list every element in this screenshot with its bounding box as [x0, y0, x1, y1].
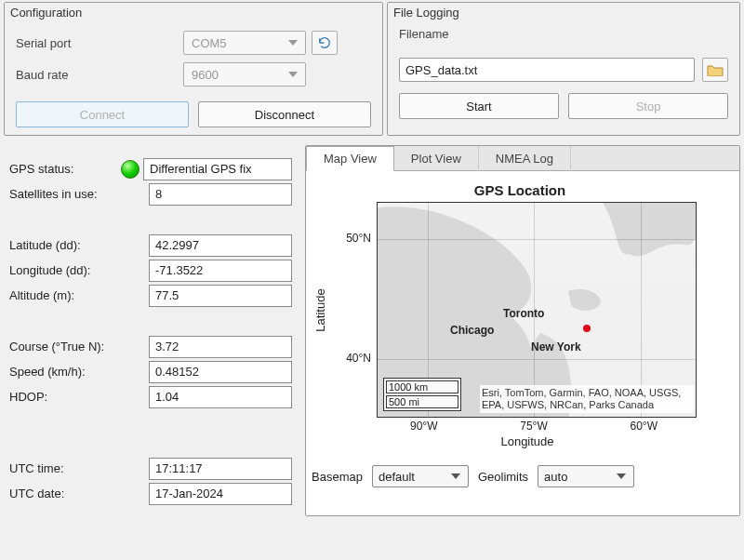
tab-strip: Map View Plot View NMEA Log — [306, 146, 739, 171]
course-value: 3.72 — [149, 336, 292, 358]
satellites-label: Satellites in use: — [9, 187, 149, 201]
connect-button-label: Connect — [80, 108, 125, 122]
gps-status-panel: GPS status: Differential GPS fix Satelli… — [4, 143, 301, 516]
hdop-value: 1.04 — [149, 386, 292, 408]
file-logging-panel: File Logging Filename GPS_data.txt Start… — [387, 2, 740, 136]
disconnect-button-label: Disconnect — [255, 108, 314, 122]
map-title: GPS Location — [310, 182, 730, 198]
tab-plot-view[interactable]: Plot View — [394, 146, 479, 171]
city-label-chicago: Chicago — [450, 324, 494, 337]
folder-icon — [707, 63, 724, 76]
latitude-label: Latitude (dd): — [9, 238, 149, 252]
gps-status-label: GPS status: — [9, 162, 121, 176]
satellites-value: 8 — [149, 183, 292, 206]
browse-button[interactable] — [702, 58, 728, 82]
gps-status-led — [121, 160, 140, 179]
city-label-newyork: New York — [531, 340, 581, 353]
config-title: Configuration — [5, 3, 382, 21]
utc-date-value: 17-Jan-2024 — [149, 483, 292, 505]
basemap-label: Basemap — [312, 470, 363, 484]
gps-status-value: Differential GPS fix — [143, 158, 292, 180]
altitude-label: Altitude (m): — [9, 288, 149, 302]
tab-nmea-log[interactable]: NMEA Log — [479, 146, 571, 171]
map-plot[interactable]: Toronto Chicago New York 1000 km 500 mi … — [377, 202, 697, 418]
filename-label: Filename — [399, 27, 728, 41]
xtick-60w: 60°W — [631, 420, 658, 433]
start-button-label: Start — [466, 100, 491, 113]
hdop-label: HDOP: — [9, 390, 149, 404]
map-attribution: Esri, TomTom, Garmin, FAO, NOAA, USGS, E… — [480, 385, 694, 413]
map-xlabel: Longitude — [367, 434, 687, 448]
serial-port-label: Serial port — [16, 36, 183, 50]
latitude-value: 42.2997 — [149, 234, 292, 257]
geolimits-label: Geolimits — [478, 470, 528, 484]
map-view-body: GPS Location Latitude 50°N 40°N — [306, 171, 739, 515]
longitude-label: Longitude (dd): — [9, 263, 149, 277]
utc-time-label: UTC time: — [9, 461, 149, 475]
filename-value: GPS_data.txt — [405, 63, 477, 77]
baud-rate-value: 9600 — [192, 68, 219, 82]
altitude-value: 77.5 — [149, 285, 292, 307]
baud-rate-dropdown[interactable]: 9600 — [183, 62, 306, 87]
map-scale-bar: 1000 km 500 mi — [383, 378, 461, 411]
map-ylabel: Latitude — [310, 202, 330, 418]
tab-panel: Map View Plot View NMEA Log GPS Location… — [305, 145, 740, 516]
stop-logging-button[interactable]: Stop — [568, 93, 728, 119]
stop-button-label: Stop — [636, 100, 661, 113]
filename-input[interactable]: GPS_data.txt — [399, 58, 695, 82]
refresh-icon — [317, 35, 332, 50]
utc-time-value: 17:11:17 — [149, 458, 292, 480]
baud-rate-label: Baud rate — [16, 68, 183, 82]
tab-map-view[interactable]: Map View — [306, 146, 394, 171]
serial-port-value: COM5 — [192, 36, 227, 50]
ytick-40n: 40°N — [346, 352, 371, 365]
ytick-50n: 50°N — [346, 232, 371, 245]
disconnect-button[interactable]: Disconnect — [198, 101, 371, 127]
course-label: Course (°True N): — [9, 340, 149, 353]
utc-date-label: UTC date: — [9, 487, 149, 500]
geolimits-select[interactable]: auto — [538, 465, 634, 487]
city-label-toronto: Toronto — [503, 307, 544, 320]
config-panel: Configuration Serial port COM5 Baud rate… — [4, 2, 383, 136]
refresh-ports-button[interactable] — [312, 31, 338, 55]
gps-fix-point — [583, 325, 591, 332]
file-logging-title: File Logging — [388, 3, 739, 21]
serial-port-dropdown[interactable]: COM5 — [183, 31, 306, 55]
basemap-select[interactable]: default — [372, 465, 469, 487]
connect-button[interactable]: Connect — [16, 101, 189, 127]
xtick-90w: 90°W — [410, 420, 437, 433]
start-logging-button[interactable]: Start — [399, 93, 559, 119]
longitude-value: -71.3522 — [149, 260, 292, 282]
speed-value: 0.48152 — [149, 361, 292, 383]
speed-label: Speed (km/h): — [9, 365, 149, 379]
xtick-75w: 75°W — [520, 420, 547, 433]
